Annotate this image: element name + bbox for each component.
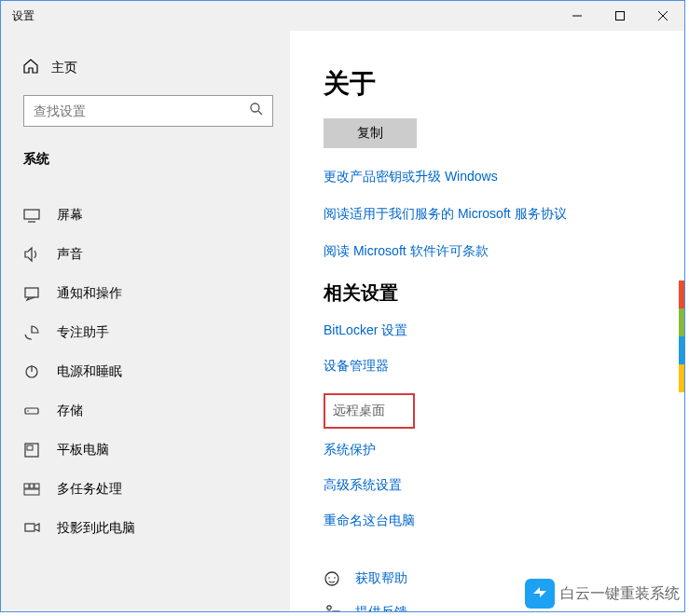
- search-box[interactable]: [23, 95, 273, 127]
- help-icon: [324, 570, 340, 587]
- related-rename-pc[interactable]: 重命名这台电脑: [324, 513, 684, 529]
- svg-point-12: [27, 410, 29, 412]
- sidebar: 主页 系统 屏幕 声音 通知和操作: [1, 31, 290, 611]
- content-area: 主页 系统 屏幕 声音 通知和操作: [1, 31, 684, 611]
- sidebar-item-label: 多任务处理: [57, 481, 122, 498]
- sidebar-item-notifications[interactable]: 通知和操作: [1, 274, 290, 313]
- svg-point-22: [334, 577, 336, 579]
- related-settings-title: 相关设置: [324, 281, 684, 306]
- home-icon: [23, 59, 38, 76]
- sidebar-item-focus[interactable]: 专注助手: [1, 313, 290, 352]
- watermark-text: 白云一键重装系统: [560, 584, 680, 604]
- svg-point-4: [251, 103, 259, 112]
- maximize-button[interactable]: [599, 1, 641, 31]
- svg-rect-15: [24, 484, 29, 488]
- svg-rect-1: [616, 12, 625, 21]
- svg-rect-16: [30, 484, 34, 488]
- category-label: 系统: [1, 140, 290, 177]
- help-label: 获取帮助: [355, 570, 407, 587]
- svg-line-5: [258, 111, 262, 115]
- sidebar-item-label: 通知和操作: [57, 285, 122, 302]
- tablet-icon: [23, 442, 40, 459]
- display-icon: [23, 207, 40, 224]
- sidebar-item-label: 平板电脑: [57, 442, 109, 459]
- focus-icon: [23, 324, 40, 341]
- project-icon: [23, 520, 40, 537]
- svg-rect-19: [25, 524, 34, 531]
- sidebar-item-label: 屏幕: [57, 207, 83, 224]
- titlebar: 设置: [1, 1, 684, 31]
- watermark-badge-icon: [525, 579, 555, 609]
- copy-button[interactable]: 复制: [324, 118, 417, 148]
- related-bitlocker[interactable]: BitLocker 设置: [324, 322, 684, 339]
- svg-rect-11: [25, 408, 38, 414]
- home-link[interactable]: 主页: [1, 49, 290, 86]
- close-button[interactable]: [641, 1, 684, 31]
- sidebar-item-storage[interactable]: 存储: [1, 391, 290, 431]
- window-title: 设置: [1, 8, 556, 24]
- page-title: 关于: [324, 66, 684, 102]
- sidebar-item-project[interactable]: 投影到此电脑: [1, 509, 290, 548]
- svg-rect-17: [34, 484, 39, 488]
- window-controls: [556, 1, 684, 31]
- sidebar-item-power[interactable]: 电源和睡眠: [1, 352, 290, 391]
- link-product-key[interactable]: 更改产品密钥或升级 Windows: [324, 169, 684, 185]
- power-icon: [23, 363, 40, 380]
- svg-rect-18: [24, 489, 39, 495]
- home-label: 主页: [51, 60, 77, 76]
- svg-point-21: [328, 577, 330, 579]
- svg-rect-14: [27, 445, 33, 450]
- sidebar-item-label: 专注助手: [57, 324, 109, 341]
- related-remote-desktop[interactable]: 远程桌面: [324, 393, 415, 429]
- watermark: 白云一键重装系统: [521, 577, 683, 610]
- svg-point-23: [327, 606, 331, 609]
- feedback-icon: [324, 604, 340, 611]
- nav-list: 屏幕 声音 通知和操作 专注助手 电源和睡眠: [1, 196, 290, 548]
- sound-icon: [23, 246, 40, 263]
- sidebar-item-display[interactable]: 屏幕: [1, 196, 290, 235]
- minimize-button[interactable]: [556, 1, 599, 31]
- svg-rect-6: [24, 210, 39, 219]
- side-accent-strip: [679, 281, 684, 392]
- svg-rect-8: [25, 288, 38, 297]
- search-icon: [250, 103, 263, 119]
- related-device-manager[interactable]: 设备管理器: [324, 358, 684, 375]
- settings-window: 设置 主页 系统 屏幕: [0, 0, 685, 612]
- related-system-protection[interactable]: 系统保护: [324, 442, 684, 459]
- storage-icon: [23, 403, 40, 419]
- main-panel: 关于 复制 更改产品密钥或升级 Windows 阅读适用于我们服务的 Micro…: [290, 31, 684, 611]
- related-advanced-settings[interactable]: 高级系统设置: [324, 477, 684, 494]
- search-input[interactable]: [34, 103, 250, 118]
- sidebar-item-label: 声音: [57, 246, 83, 263]
- sidebar-item-label: 存储: [57, 403, 83, 419]
- multitask-icon: [23, 481, 40, 498]
- sidebar-item-label: 电源和睡眠: [57, 363, 122, 380]
- feedback-label: 提供反馈: [355, 604, 407, 611]
- svg-point-20: [325, 572, 338, 585]
- notifications-icon: [23, 285, 40, 302]
- sidebar-item-tablet[interactable]: 平板电脑: [1, 431, 290, 470]
- sidebar-item-sound[interactable]: 声音: [1, 235, 290, 274]
- link-service-agreement[interactable]: 阅读适用于我们服务的 Microsoft 服务协议: [324, 206, 684, 223]
- sidebar-item-label: 投影到此电脑: [57, 520, 135, 537]
- link-license-terms[interactable]: 阅读 Microsoft 软件许可条款: [324, 243, 684, 260]
- sidebar-item-multitask[interactable]: 多任务处理: [1, 470, 290, 509]
